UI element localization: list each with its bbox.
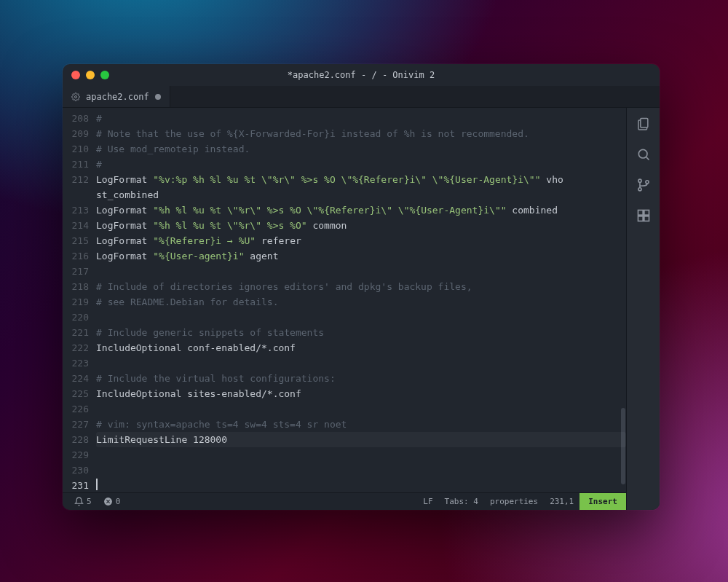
code-line[interactable]: 225IncludeOptional sites-enabled/*.conf <box>63 386 626 401</box>
code-content[interactable]: LogFormat "%v:%p %h %l %u %t \"%r\" %>s … <box>96 172 563 187</box>
code-content[interactable]: # Include generic snippets of statements <box>96 325 324 340</box>
code-content[interactable]: LogFormat "%h %l %u %t \"%r\" %>s %O" co… <box>96 218 347 233</box>
code-content[interactable]: LogFormat "%{Referer}i → %U" referer <box>96 233 301 248</box>
close-window-button[interactable] <box>71 71 80 79</box>
gutter-line-number: 225 <box>63 386 96 401</box>
code-line[interactable]: 208# <box>63 111 626 126</box>
code-content[interactable]: LogFormat "%h %l %u %t \"%r\" %>s %O \"%… <box>96 202 558 218</box>
code-line[interactable]: 224# Include the virtual host configurat… <box>63 371 626 386</box>
code-line[interactable]: 209# Note that the use of %{X-Forwarded-… <box>63 126 626 141</box>
code-content[interactable]: IncludeOptional sites-enabled/*.conf <box>96 386 301 401</box>
files-icon[interactable] <box>636 117 651 131</box>
scroll-thumb[interactable] <box>621 408 625 485</box>
gutter-line-number: 209 <box>63 126 96 141</box>
svg-point-5 <box>638 188 641 191</box>
code-lines[interactable]: 208#209# Note that the use of %{X-Forwar… <box>63 108 626 492</box>
git-branch-icon[interactable] <box>636 178 651 192</box>
window-controls <box>63 71 109 79</box>
code-line[interactable]: 215LogFormat "%{Referer}i → %U" referer <box>63 233 626 248</box>
gear-icon <box>71 93 80 101</box>
gutter-line-number: 226 <box>63 401 96 417</box>
search-icon[interactable] <box>636 147 651 162</box>
code-content[interactable]: # Include the virtual host configuration… <box>96 371 336 386</box>
code-line-wrap[interactable]: st_combined <box>63 187 626 202</box>
code-content[interactable]: LimitRequestLine 128000 <box>96 432 227 447</box>
gutter-line-number: 229 <box>63 447 96 463</box>
code-line[interactable]: 213LogFormat "%h %l %u %t \"%r\" %>s %O … <box>63 202 626 218</box>
code-line[interactable]: 229 <box>63 447 626 463</box>
activity-bar <box>626 108 660 510</box>
code-line[interactable]: 230 <box>63 463 626 478</box>
vertical-scrollbar[interactable] <box>620 108 626 492</box>
editor: 208#209# Note that the use of %{X-Forwar… <box>63 108 626 510</box>
titlebar: *apache2.conf - / - Onivim 2 <box>63 64 660 86</box>
gutter-line-number: 230 <box>63 463 96 478</box>
indent-indicator[interactable]: Tabs: 4 <box>439 497 484 506</box>
gutter-line-number: 227 <box>63 417 96 432</box>
code-line[interactable]: 223 <box>63 355 626 371</box>
gutter-line-number: 224 <box>63 371 96 386</box>
svg-point-6 <box>645 181 648 184</box>
gutter-line-number: 228 <box>63 432 96 447</box>
gutter-line-number: 223 <box>63 355 96 371</box>
gutter-line-number: 210 <box>63 141 96 157</box>
code-line[interactable]: 227# vim: syntax=apache ts=4 sw=4 sts=4 … <box>63 417 626 432</box>
code-line[interactable]: 219# see README.Debian for details. <box>63 294 626 310</box>
code-content[interactable] <box>96 478 98 492</box>
notifications-indicator[interactable]: 5 <box>68 497 98 506</box>
window-title: *apache2.conf - / - Onivim 2 <box>63 70 660 80</box>
code-line[interactable]: 218# Include of directories ignores edit… <box>63 279 626 294</box>
svg-point-0 <box>75 95 77 98</box>
code-content[interactable]: # Include of directories ignores editors… <box>96 279 472 294</box>
code-content[interactable]: # <box>96 157 102 172</box>
errors-indicator[interactable]: 0 <box>98 497 127 506</box>
eol-indicator[interactable]: LF <box>417 497 438 506</box>
gutter-line-number: 220 <box>63 310 96 325</box>
code-content[interactable]: LogFormat "%{User-agent}i" agent <box>96 248 278 264</box>
code-line[interactable]: 210# Use mod_remoteip instead. <box>63 141 626 157</box>
code-line[interactable]: 231 <box>63 478 626 492</box>
code-line[interactable]: 216LogFormat "%{User-agent}i" agent <box>63 248 626 264</box>
gutter-line-number: 222 <box>63 340 96 355</box>
code-content[interactable]: st_combined <box>96 187 159 202</box>
gutter-line-number: 214 <box>63 218 96 233</box>
gutter-line-number: 217 <box>63 264 96 279</box>
code-line[interactable]: 228LimitRequestLine 128000 <box>63 432 626 447</box>
app-window: *apache2.conf - / - Onivim 2 apache2.con… <box>63 64 660 510</box>
code-content[interactable]: # Note that the use of %{X-Forwarded-For… <box>96 126 529 141</box>
code-line[interactable]: 222IncludeOptional conf-enabled/*.conf <box>63 340 626 355</box>
code-content[interactable]: # Use mod_remoteip instead. <box>96 141 250 157</box>
gutter-line-number: 215 <box>63 233 96 248</box>
code-line[interactable]: 212LogFormat "%v:%p %h %l %u %t \"%r\" %… <box>63 172 626 187</box>
svg-rect-8 <box>644 211 649 216</box>
gutter-line-number: 213 <box>63 202 96 218</box>
code-line[interactable]: 221# Include generic snippets of stateme… <box>63 325 626 340</box>
tab-apache2-conf[interactable]: apache2.conf <box>63 86 170 107</box>
svg-point-3 <box>638 149 647 158</box>
code-line[interactable]: 211# <box>63 157 626 172</box>
code-line[interactable]: 220 <box>63 310 626 325</box>
minimize-window-button[interactable] <box>86 71 95 79</box>
grid-icon[interactable] <box>636 208 651 223</box>
code-line[interactable]: 214LogFormat "%h %l %u %t \"%r\" %>s %O"… <box>63 218 626 233</box>
code-area[interactable]: 208#209# Note that the use of %{X-Forwar… <box>63 108 626 492</box>
code-content[interactable]: # vim: syntax=apache ts=4 sw=4 sts=4 sr … <box>96 417 347 432</box>
bell-icon <box>74 497 84 506</box>
code-content[interactable]: # <box>96 111 102 126</box>
gutter-line-number: 218 <box>63 279 96 294</box>
gutter-line-number: 231 <box>63 478 96 492</box>
editor-body: 208#209# Note that the use of %{X-Forwar… <box>63 108 660 510</box>
code-content[interactable]: # see README.Debian for details. <box>96 294 278 310</box>
gutter-line-number: 216 <box>63 248 96 264</box>
tab-bar: apache2.conf <box>63 86 660 108</box>
language-indicator[interactable]: properties <box>484 497 544 506</box>
code-line[interactable]: 226 <box>63 401 626 417</box>
cursor-position[interactable]: 231,1 <box>544 497 579 506</box>
gutter-line-number <box>63 187 96 202</box>
gutter-line-number: 221 <box>63 325 96 340</box>
code-line[interactable]: 217 <box>63 264 626 279</box>
svg-rect-2 <box>640 119 647 128</box>
error-icon <box>103 497 113 506</box>
code-content[interactable]: IncludeOptional conf-enabled/*.conf <box>96 340 296 355</box>
zoom-window-button[interactable] <box>100 71 109 79</box>
